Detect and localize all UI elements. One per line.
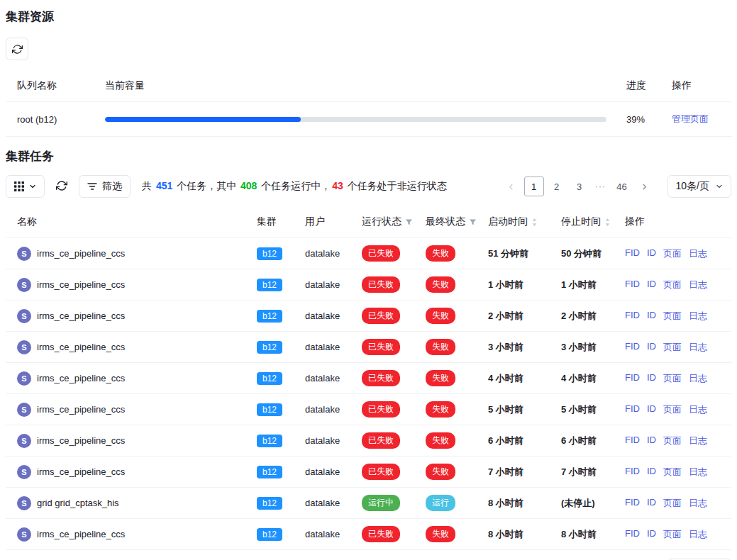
task-fid-link[interactable]: FID	[625, 279, 640, 291]
task-fid-link[interactable]: FID	[625, 403, 640, 416]
task-log-link[interactable]: 日志	[689, 497, 707, 510]
funnel-filter-icon[interactable]	[405, 218, 413, 226]
task-avatar-icon: S	[17, 247, 31, 261]
run-status-badge: 已失败	[362, 245, 400, 262]
prev-page-button[interactable]	[502, 177, 521, 196]
capacity-progress-fill	[105, 117, 301, 122]
task-name: irms_ce_pipeline_ccs	[37, 373, 125, 383]
page-size-select[interactable]: 10条/页	[667, 175, 731, 198]
page-size-value: 10条/页	[676, 180, 709, 193]
task-row: Sirms_ce_pipeline_ccsb12datalake已失败失败7 小…	[6, 457, 731, 488]
task-page-link[interactable]: 页面	[663, 466, 682, 478]
task-page-link[interactable]: 页面	[663, 310, 682, 323]
tasks-refresh-button[interactable]	[52, 180, 72, 194]
task-name: irms_ce_pipeline_ccs	[37, 466, 125, 477]
queue-capacity-cell	[105, 102, 621, 137]
view-mode-button[interactable]	[6, 175, 45, 198]
task-name: irms_ce_pipeline_ccs	[37, 529, 125, 539]
start-time: 4 小时前	[482, 363, 555, 394]
task-page-link[interactable]: 页面	[663, 403, 682, 416]
manage-page-link[interactable]: 管理页面	[672, 113, 709, 124]
task-avatar-icon: S	[17, 403, 31, 417]
task-fid-link[interactable]: FID	[625, 310, 640, 323]
task-log-link[interactable]: 日志	[689, 247, 707, 260]
task-log-link[interactable]: 日志	[689, 466, 707, 478]
tasks-table-body: Sirms_ce_pipeline_ccsb12datalake已失败失败51 …	[6, 238, 731, 550]
task-id-link[interactable]: ID	[647, 372, 656, 385]
start-time: 8 小时前	[482, 488, 555, 519]
task-fid-link[interactable]: FID	[625, 372, 640, 385]
task-user: datalake	[305, 404, 340, 415]
task-page-link[interactable]: 页面	[663, 341, 682, 354]
task-fid-link[interactable]: FID	[625, 528, 640, 541]
task-row: Sirms_ce_pipeline_ccsb12datalake已失败失败2 小…	[6, 301, 731, 332]
task-avatar-icon: S	[17, 434, 31, 448]
stop-time: 5 小时前	[555, 394, 619, 425]
task-page-link[interactable]: 页面	[663, 372, 682, 385]
page-3-button[interactable]: 3	[570, 177, 589, 196]
cluster-badge: b12	[257, 279, 282, 291]
task-fid-link[interactable]: FID	[625, 247, 640, 260]
page-ellipsis: ···	[592, 181, 609, 191]
stop-time: (未停止)	[555, 488, 619, 519]
task-id-link[interactable]: ID	[647, 497, 656, 510]
task-fid-link[interactable]: FID	[625, 341, 640, 354]
col-resources-action: 操作	[666, 70, 731, 102]
task-user: datalake	[305, 373, 340, 383]
task-avatar-icon: S	[17, 371, 31, 386]
task-user: datalake	[305, 342, 340, 352]
task-log-link[interactable]: 日志	[689, 403, 707, 416]
capacity-progress-bar	[105, 117, 606, 122]
cluster-badge: b12	[257, 247, 282, 260]
task-id-link[interactable]: ID	[647, 341, 656, 354]
stop-time: 8 小时前	[555, 519, 619, 550]
task-page-link[interactable]: 页面	[663, 497, 682, 510]
task-id-link[interactable]: ID	[647, 528, 656, 541]
task-log-link[interactable]: 日志	[689, 341, 707, 354]
task-id-link[interactable]: ID	[647, 466, 656, 478]
filter-button[interactable]: 筛选	[79, 175, 131, 198]
run-status-badge: 已失败	[362, 464, 400, 480]
task-fid-link[interactable]: FID	[625, 435, 640, 447]
page-46-button[interactable]: 46	[612, 177, 632, 196]
task-id-link[interactable]: ID	[647, 310, 656, 323]
resources-section-title: 集群资源	[6, 9, 731, 25]
task-page-link[interactable]: 页面	[663, 528, 682, 541]
chevron-left-icon	[507, 183, 515, 191]
tasks-toolbar: 筛选 共 451 个任务，其中 408 个任务运行中，43 个任务处于非运行状态…	[6, 175, 731, 198]
chevron-down-icon	[29, 183, 36, 190]
task-page-link[interactable]: 页面	[663, 279, 682, 291]
task-log-link[interactable]: 日志	[689, 310, 707, 323]
task-log-link[interactable]: 日志	[689, 435, 707, 447]
stop-time: 50 分钟前	[555, 238, 619, 269]
task-page-link[interactable]: 页面	[663, 247, 682, 260]
final-status-badge: 运行	[426, 495, 455, 511]
task-name: irms_ce_pipeline_ccs	[37, 342, 125, 352]
run-status-badge: 已失败	[362, 276, 400, 293]
next-page-button[interactable]	[635, 177, 655, 196]
task-id-link[interactable]: ID	[647, 279, 656, 291]
resources-refresh-button[interactable]	[6, 38, 28, 60]
task-log-link[interactable]: 日志	[689, 528, 707, 541]
task-count-summary: 共 451 个任务，其中 408 个任务运行中，43 个任务处于非运行状态	[142, 180, 447, 193]
sorter-icon[interactable]	[531, 218, 538, 227]
task-user: datalake	[305, 466, 340, 477]
page-2-button[interactable]: 2	[547, 177, 567, 196]
task-user: datalake	[305, 529, 340, 539]
task-fid-link[interactable]: FID	[625, 497, 640, 510]
cluster-resources-section: 集群资源 队列名称 当前容量 进度 操作 root (b12)3	[6, 9, 731, 137]
task-log-link[interactable]: 日志	[689, 279, 707, 291]
task-id-link[interactable]: ID	[647, 247, 656, 260]
task-id-link[interactable]: ID	[647, 403, 656, 416]
grid-apps-icon	[14, 181, 24, 191]
page-1-button[interactable]: 1	[524, 177, 544, 196]
run-status-badge: 运行中	[362, 495, 400, 511]
task-id-link[interactable]: ID	[647, 435, 656, 447]
task-fid-link[interactable]: FID	[625, 466, 640, 478]
funnel-filter-icon[interactable]	[469, 218, 477, 226]
stop-time: 7 小时前	[555, 457, 619, 488]
task-log-link[interactable]: 日志	[689, 372, 707, 385]
task-page-link[interactable]: 页面	[663, 435, 682, 447]
sorter-icon[interactable]	[604, 218, 611, 227]
cluster-badge: b12	[257, 403, 282, 416]
